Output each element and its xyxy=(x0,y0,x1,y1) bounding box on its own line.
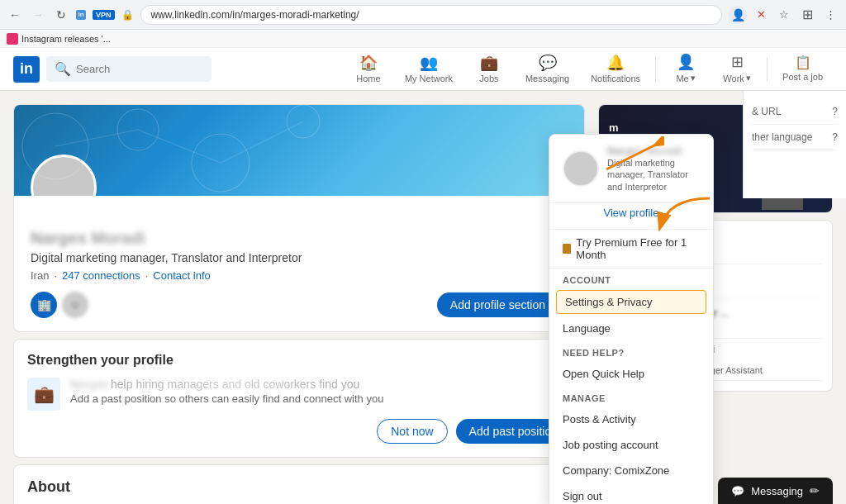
not-now-button[interactable]: Not now xyxy=(377,419,447,444)
panel-language-icon: ? xyxy=(832,131,838,143)
panel-url-icon: ? xyxy=(832,106,838,117)
menu-icon[interactable]: ⋮ xyxy=(821,6,839,24)
manage-section-label: MANAGE xyxy=(549,387,713,407)
add-profile-section-label: Add profile section xyxy=(450,298,545,311)
url-bar[interactable]: www.linkedin.com/in/marges-moradi-market… xyxy=(140,5,722,25)
strengthen-text: Narges help hiring managers and old cowo… xyxy=(70,378,571,405)
company-item[interactable]: Company: ComixZone xyxy=(549,458,713,483)
about-header: About ✏ xyxy=(27,478,571,496)
right-partial-panel: & URL ? ther language ? xyxy=(743,91,846,198)
profile-info-section: Narges Moradi Digital marketing manager,… xyxy=(14,196,584,292)
messaging-widget-label: Messaging xyxy=(751,485,803,497)
strengthen-title: Strengthen your profile xyxy=(27,353,571,368)
messaging-widget-icon: 💬 xyxy=(731,485,744,497)
browser-action-buttons: 👤 ✕ ☆ ⊞ ⋮ xyxy=(729,6,839,24)
nav-jobs-label: Jobs xyxy=(479,74,498,83)
contact-info-link[interactable]: Contact info xyxy=(153,269,210,282)
me-icon: 👤 xyxy=(677,53,695,71)
dropdown-avatar xyxy=(563,150,599,187)
me-chevron-icon: ▾ xyxy=(691,73,696,83)
nav-network-label: My Network xyxy=(405,74,453,83)
nav-work[interactable]: ⊞ Work ▾ xyxy=(712,46,762,92)
posts-activity-item[interactable]: Posts & Activity xyxy=(549,407,713,432)
job-posting-item[interactable]: Job posting account xyxy=(549,432,713,458)
sign-out-item[interactable]: Sign out xyxy=(549,483,713,504)
close-tab-icon[interactable]: ✕ xyxy=(752,6,770,24)
about-title: About xyxy=(27,478,70,496)
strengthen-item-title: Narges help hiring managers and old cowo… xyxy=(70,378,571,391)
messaging-widget[interactable]: 💬 Messaging ✏ xyxy=(718,478,833,504)
notifications-icon: 🔔 xyxy=(606,54,625,72)
connections-link[interactable]: 247 connections xyxy=(62,269,140,282)
extensions-icon[interactable]: ⊞ xyxy=(798,6,816,24)
forward-button[interactable]: → xyxy=(30,7,46,23)
work-chevron-icon: ▾ xyxy=(746,73,751,83)
back-button[interactable]: ← xyxy=(7,7,23,23)
nav-me-label: Me xyxy=(676,74,688,83)
star-icon[interactable]: ☆ xyxy=(775,6,793,24)
strengthen-item: 💼 Narges help hiring managers and old co… xyxy=(27,378,571,411)
nav-divider-2 xyxy=(767,57,768,82)
nav-jobs[interactable]: 💼 Jobs xyxy=(464,47,514,92)
dropdown-menu: Narges Moradi Digital marketing manager,… xyxy=(549,134,714,504)
search-icon: 🔍 xyxy=(55,61,71,77)
nav-home-label: Home xyxy=(356,74,380,83)
dropdown-header: Narges Moradi Digital marketing manager,… xyxy=(549,135,713,203)
profile-actions: 🏢 U Add profile section ▾ xyxy=(14,292,584,331)
linkedin-navbar: in 🔍 🏠 Home 👥 My Network 💼 Jobs 💬 Messag… xyxy=(0,48,846,91)
messaging-widget-edit-icon[interactable]: ✏ xyxy=(810,484,820,497)
profile-icon[interactable]: 👤 xyxy=(729,6,747,24)
strengthen-actions: Not now Add past position xyxy=(27,419,571,444)
dropdown-user-title: Digital marketing manager, Translator an… xyxy=(607,157,700,193)
secure-lock-icon: 🔒 xyxy=(121,9,134,21)
search-bar[interactable]: 🔍 xyxy=(46,56,212,82)
premium-icon xyxy=(563,244,571,254)
panel-language-text: ther language xyxy=(752,131,812,143)
strengthen-card: Strengthen your profile 💼 Narges help hi… xyxy=(13,339,585,458)
nav-notifications[interactable]: 🔔 Notifications xyxy=(581,47,650,92)
school-icon: U xyxy=(62,292,88,318)
nav-me[interactable]: 👤 Me ▾ xyxy=(661,46,711,92)
premium-label: Try Premium Free for 1 Month xyxy=(576,236,700,261)
jobs-icon: 💼 xyxy=(480,54,498,72)
company-icon: 🏢 xyxy=(31,292,57,318)
refresh-button[interactable]: ↻ xyxy=(53,7,69,23)
nav-messaging[interactable]: 💬 Messaging xyxy=(516,47,579,92)
profile-quick-actions: 🏢 U xyxy=(31,292,88,318)
need-help-section-label: NEED HELP? xyxy=(549,341,713,361)
vpn-badge: VPN xyxy=(93,10,115,20)
browser-chrome: ← → ↻ in VPN 🔒 www.linkedin.com/in/marge… xyxy=(0,0,846,30)
nav-post-job[interactable]: 📋 Post a job xyxy=(772,48,833,90)
network-icon: 👥 xyxy=(420,54,438,72)
nav-notifications-label: Notifications xyxy=(591,74,640,83)
linkedin-logo[interactable]: in xyxy=(13,56,40,83)
main-content: Narges Moradi Digital marketing manager,… xyxy=(0,91,846,504)
extension-icon: in xyxy=(78,11,83,18)
profile-avatar xyxy=(31,155,97,196)
briefcase-strengthen-icon: 💼 xyxy=(27,378,60,411)
language-item[interactable]: Language xyxy=(549,316,713,341)
settings-privacy-item[interactable]: Settings & Privacy xyxy=(556,290,706,314)
blurred-name: Narges xyxy=(70,378,107,391)
nav-home[interactable]: 🏠 Home xyxy=(344,47,393,92)
dropdown-user-name: Narges Moradi xyxy=(607,145,700,157)
nav-items: 🏠 Home 👥 My Network 💼 Jobs 💬 Messaging 🔔… xyxy=(344,46,833,92)
strengthen-description: Add a past position so others can easily… xyxy=(70,392,571,405)
work-icon: ⊞ xyxy=(731,53,744,71)
nav-network[interactable]: 👥 My Network xyxy=(395,47,463,92)
dropdown-user-info: Narges Moradi Digital marketing manager,… xyxy=(607,145,700,193)
messaging-icon: 💬 xyxy=(539,54,557,72)
profile-location: Iran xyxy=(31,269,49,282)
panel-language-item: ther language ? xyxy=(752,125,838,150)
panel-url-item: & URL ? xyxy=(752,99,838,125)
search-input[interactable] xyxy=(76,63,203,75)
dropdown-premium[interactable]: Try Premium Free for 1 Month xyxy=(549,230,713,269)
nav-divider xyxy=(655,57,656,82)
notification-text: Instagram releases '... xyxy=(21,34,111,44)
profile-name: Narges Moradi xyxy=(31,229,568,248)
profile-area: Narges Moradi Digital marketing manager,… xyxy=(0,91,598,504)
open-quick-help-item[interactable]: Open Quick Help xyxy=(549,361,713,387)
account-section-label: ACCOUNT xyxy=(549,269,713,288)
nav-post-job-label: Post a job xyxy=(782,72,823,82)
view-profile-link[interactable]: View profile xyxy=(549,203,713,230)
